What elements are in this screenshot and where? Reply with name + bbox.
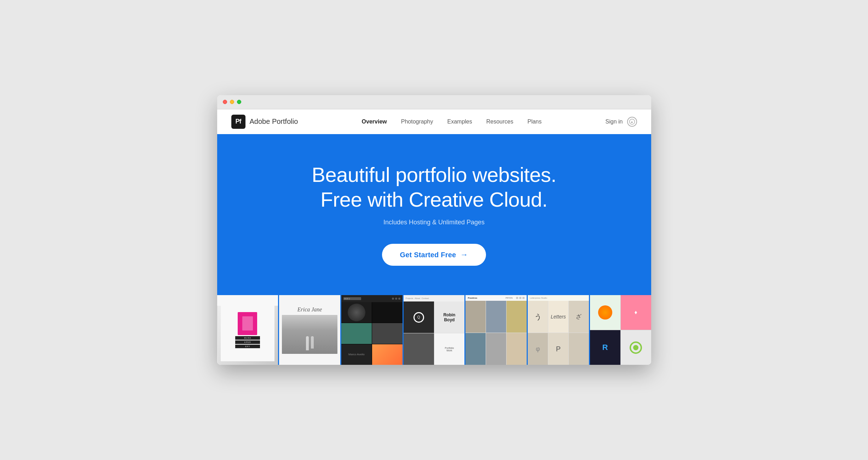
cta-arrow: → [460, 250, 468, 259]
portfolio-item-2: Erica Jane [279, 295, 341, 365]
traffic-light-red[interactable] [223, 100, 227, 104]
nav-photography[interactable]: Photography [401, 119, 433, 125]
nav-resources[interactable]: Resources [486, 119, 513, 125]
cta-button[interactable]: Get Started Free → [382, 244, 486, 266]
adobe-icon[interactable] [627, 117, 637, 127]
portfolio-item-5: Pnaebras PRTZN [465, 295, 528, 365]
nav-plans[interactable]: Plans [527, 119, 542, 125]
portfolio-item-4: ProjectsAboutContact Q Robin Boyd Portfo… [404, 295, 466, 365]
portfolio-strip: M U N K E P E R E K Y Erica Jane [217, 294, 651, 365]
nav-examples[interactable]: Examples [447, 119, 472, 125]
traffic-lights [223, 100, 241, 104]
logo-text: Adobe Portfolio [250, 117, 298, 126]
portfolio-item-3: MOB IJ Marco Avello [341, 295, 404, 365]
hero-subtitle: Includes Hosting & Unlimited Pages [231, 219, 637, 226]
nav-links: Overview Photography Examples Resources … [298, 119, 605, 125]
portfolio-item-1: M U N K E P E R E K Y [217, 295, 279, 365]
portfolio-item-6: Letterpress Studio う Letters ざ φ [528, 295, 590, 365]
traffic-light-yellow[interactable] [230, 100, 234, 104]
nav-right: Sign in [606, 117, 637, 127]
nav-overview[interactable]: Overview [362, 119, 387, 125]
logo-area: Pf Adobe Portfolio [231, 115, 298, 129]
logo-icon: Pf [231, 115, 245, 129]
portfolio-item-7: ♦ R [590, 295, 651, 365]
traffic-light-green[interactable] [237, 100, 241, 104]
browser-chrome [217, 95, 651, 109]
browser-window: Pf Adobe Portfolio Overview Photography … [217, 95, 651, 365]
sign-in-link[interactable]: Sign in [606, 119, 623, 125]
hero-section: Beautiful portfolio websites. Free with … [217, 134, 651, 294]
hero-title: Beautiful portfolio websites. Free with … [231, 162, 637, 212]
navbar: Pf Adobe Portfolio Overview Photography … [217, 109, 651, 134]
cta-label: Get Started Free [400, 251, 456, 259]
